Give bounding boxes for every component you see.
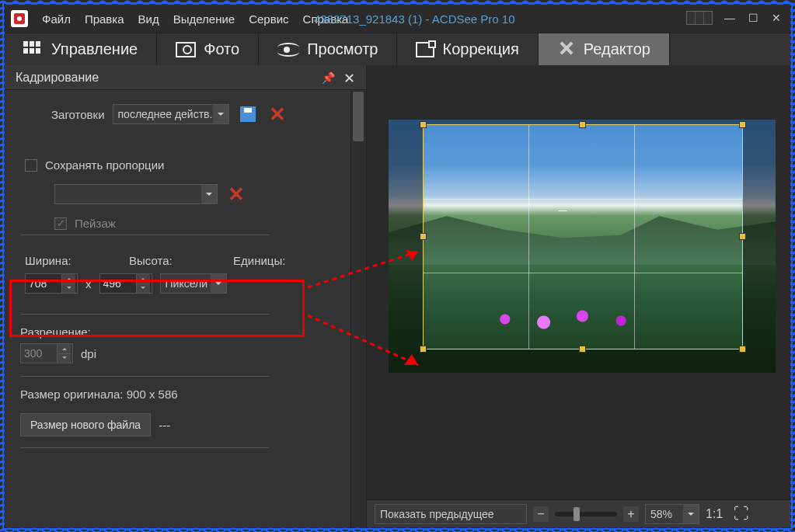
zoom-value: 58% xyxy=(650,508,672,520)
crop-handle[interactable] xyxy=(739,233,746,240)
resolution-input[interactable] xyxy=(21,344,57,363)
document-title: 4382713_921843 (1) - ACDSee Pro 10 xyxy=(314,12,515,26)
zoom-combo[interactable]: 58% xyxy=(645,504,699,524)
chevron-down-icon[interactable] xyxy=(211,274,226,293)
keep-ratio-checkbox[interactable] xyxy=(25,159,37,172)
mode-develop[interactable]: Коррекция xyxy=(397,33,538,65)
close-icon[interactable]: ✕ xyxy=(770,12,783,24)
save-icon xyxy=(240,106,256,122)
photo-icon xyxy=(176,42,196,57)
spin-up-icon[interactable] xyxy=(57,344,71,354)
landscape-checkbox xyxy=(54,217,67,230)
spin-up-icon[interactable] xyxy=(136,274,150,284)
menu-edit[interactable]: Правка xyxy=(85,12,124,26)
units-combo[interactable]: Пиксели xyxy=(160,273,227,294)
landscape-label: Пейзаж xyxy=(75,217,116,230)
new-file-size-button[interactable]: Размер нового файла xyxy=(20,413,151,436)
show-previous-label: Показать предыдущее xyxy=(380,508,494,520)
panel-title-label: Кадрирование xyxy=(16,71,99,85)
mode-photo-label: Фото xyxy=(204,40,239,58)
spin-down-icon[interactable] xyxy=(61,284,75,294)
ratio-combo[interactable] xyxy=(54,184,218,204)
crop-handle[interactable] xyxy=(420,233,427,240)
delete-preset-button[interactable]: ✕ xyxy=(267,104,288,124)
x-separator: x xyxy=(85,277,92,290)
panel-close-icon[interactable]: ✕ xyxy=(343,70,355,87)
spin-up-icon[interactable] xyxy=(61,274,75,284)
dpi-label: dpi xyxy=(81,347,96,360)
eye-icon xyxy=(277,43,299,57)
app-icon xyxy=(11,10,28,27)
fullscreen-icon[interactable]: ⛶ xyxy=(734,505,749,523)
crop-handle[interactable] xyxy=(739,121,746,128)
menu-select[interactable]: Выделение xyxy=(173,12,235,26)
mode-develop-label: Коррекция xyxy=(442,40,518,58)
panel-scrollbar[interactable] xyxy=(350,90,366,527)
width-input[interactable] xyxy=(26,274,61,293)
spin-down-icon[interactable] xyxy=(57,354,71,363)
image-viewer: Показать предыдущее − + 58% 1:1 ⛶ xyxy=(367,65,790,527)
zoom-in-button[interactable]: + xyxy=(623,506,639,522)
mode-manage-label: Управление xyxy=(51,40,138,58)
edit-icon xyxy=(557,40,576,59)
width-spinbox[interactable] xyxy=(25,273,78,294)
viewer-statusbar: Показать предыдущее − + 58% 1:1 ⛶ xyxy=(367,499,790,527)
resolution-label: Разрешение: xyxy=(20,325,96,339)
presets-label: Заготовки xyxy=(51,108,105,121)
crop-handle[interactable] xyxy=(579,346,586,353)
menu-file[interactable]: Файл xyxy=(42,12,71,26)
height-input[interactable] xyxy=(100,274,136,293)
save-preset-button[interactable] xyxy=(237,104,259,124)
units-label: Единицы: xyxy=(233,254,285,267)
crop-handle[interactable] xyxy=(739,346,746,353)
clear-ratio-button[interactable]: ✕ xyxy=(225,184,247,204)
crop-handle[interactable] xyxy=(420,346,427,353)
mode-photo[interactable]: Фото xyxy=(157,33,259,65)
crop-handle[interactable] xyxy=(420,121,427,128)
mode-edit[interactable]: Редактор xyxy=(539,33,670,65)
new-file-size-value: --- xyxy=(159,419,170,432)
menu-view[interactable]: Вид xyxy=(138,12,159,26)
delete-x-icon: ✕ xyxy=(269,104,286,124)
crop-box[interactable] xyxy=(423,124,743,349)
image-canvas[interactable] xyxy=(389,120,776,373)
pin-icon[interactable]: 📌 xyxy=(322,71,335,84)
develop-icon xyxy=(416,42,434,57)
keep-ratio-label: Сохранять пропорции xyxy=(45,158,164,172)
mode-tabs: Управление Фото Просмотр Коррекция Редак… xyxy=(5,33,790,65)
delete-x-icon: ✕ xyxy=(228,184,245,204)
units-value: Пиксели xyxy=(166,277,207,290)
width-label: Ширина: xyxy=(25,254,75,267)
presets-combo[interactable]: последнее действ. xyxy=(113,104,229,124)
chevron-down-icon[interactable] xyxy=(213,105,228,123)
mode-view[interactable]: Просмотр xyxy=(259,33,397,65)
mode-manage[interactable]: Управление xyxy=(5,33,157,65)
zoom-out-button[interactable]: − xyxy=(533,506,549,522)
chevron-down-icon[interactable] xyxy=(683,505,699,523)
minimize-icon[interactable]: — xyxy=(724,12,736,24)
height-label: Высота: xyxy=(129,254,179,267)
spin-down-icon[interactable] xyxy=(136,284,150,294)
crop-handle[interactable] xyxy=(579,121,586,128)
original-size-label: Размер оригинала: 900 x 586 xyxy=(20,388,350,401)
layout-switcher[interactable] xyxy=(686,11,713,25)
show-previous-combo[interactable]: Показать предыдущее xyxy=(375,504,527,524)
resolution-spinbox[interactable] xyxy=(20,343,73,363)
menubar: Файл Правка Вид Выделение Сервис Справка… xyxy=(5,5,790,33)
zoom-slider[interactable] xyxy=(555,512,617,516)
menu-service[interactable]: Сервис xyxy=(249,12,288,26)
tool-panel: Кадрирование 📌 ✕ Заготовки последнее дей… xyxy=(5,65,367,527)
mode-view-label: Просмотр xyxy=(307,40,378,58)
panel-titlebar: Кадрирование 📌 ✕ xyxy=(5,65,366,90)
height-spinbox[interactable] xyxy=(99,273,152,294)
one-to-one-button[interactable]: 1:1 xyxy=(706,507,723,521)
mode-edit-label: Редактор xyxy=(584,40,650,58)
presets-value: последнее действ. xyxy=(118,108,213,120)
maximize-icon[interactable]: ☐ xyxy=(747,12,759,24)
chevron-down-icon[interactable] xyxy=(201,185,217,203)
